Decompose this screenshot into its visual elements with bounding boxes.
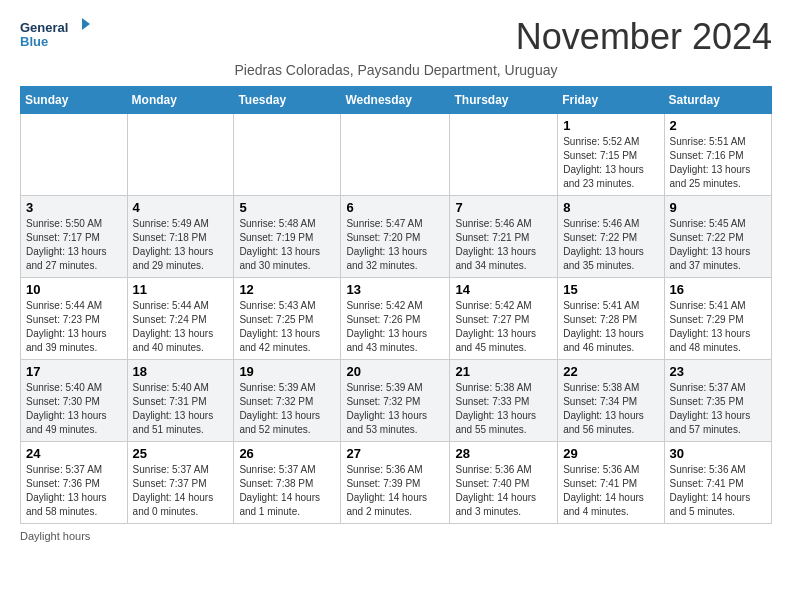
day-number: 25 [133, 446, 229, 461]
day-number: 11 [133, 282, 229, 297]
day-number: 7 [455, 200, 552, 215]
day-info: Sunrise: 5:37 AMSunset: 7:37 PMDaylight:… [133, 463, 229, 519]
day-number: 16 [670, 282, 766, 297]
calendar-cell: 27Sunrise: 5:36 AMSunset: 7:39 PMDayligh… [341, 442, 450, 524]
day-number: 22 [563, 364, 658, 379]
calendar-cell: 20Sunrise: 5:39 AMSunset: 7:32 PMDayligh… [341, 360, 450, 442]
day-info: Sunrise: 5:46 AMSunset: 7:21 PMDaylight:… [455, 217, 552, 273]
day-header-friday: Friday [558, 87, 664, 114]
day-info: Sunrise: 5:38 AMSunset: 7:34 PMDaylight:… [563, 381, 658, 437]
calendar-cell: 14Sunrise: 5:42 AMSunset: 7:27 PMDayligh… [450, 278, 558, 360]
day-number: 14 [455, 282, 552, 297]
day-info: Sunrise: 5:39 AMSunset: 7:32 PMDaylight:… [239, 381, 335, 437]
day-info: Sunrise: 5:36 AMSunset: 7:40 PMDaylight:… [455, 463, 552, 519]
calendar-cell [341, 114, 450, 196]
day-number: 1 [563, 118, 658, 133]
day-info: Sunrise: 5:38 AMSunset: 7:33 PMDaylight:… [455, 381, 552, 437]
day-info: Sunrise: 5:40 AMSunset: 7:31 PMDaylight:… [133, 381, 229, 437]
day-number: 9 [670, 200, 766, 215]
calendar-cell: 13Sunrise: 5:42 AMSunset: 7:26 PMDayligh… [341, 278, 450, 360]
day-number: 23 [670, 364, 766, 379]
day-info: Sunrise: 5:42 AMSunset: 7:26 PMDaylight:… [346, 299, 444, 355]
page-title: November 2024 [516, 16, 772, 58]
logo: General Blue [20, 16, 90, 56]
calendar-cell: 19Sunrise: 5:39 AMSunset: 7:32 PMDayligh… [234, 360, 341, 442]
calendar-cell: 3Sunrise: 5:50 AMSunset: 7:17 PMDaylight… [21, 196, 128, 278]
calendar-cell: 22Sunrise: 5:38 AMSunset: 7:34 PMDayligh… [558, 360, 664, 442]
day-info: Sunrise: 5:52 AMSunset: 7:15 PMDaylight:… [563, 135, 658, 191]
day-info: Sunrise: 5:49 AMSunset: 7:18 PMDaylight:… [133, 217, 229, 273]
day-info: Sunrise: 5:37 AMSunset: 7:38 PMDaylight:… [239, 463, 335, 519]
calendar-cell: 29Sunrise: 5:36 AMSunset: 7:41 PMDayligh… [558, 442, 664, 524]
day-header-monday: Monday [127, 87, 234, 114]
logo-svg: General Blue [20, 16, 90, 56]
day-header-tuesday: Tuesday [234, 87, 341, 114]
svg-text:General: General [20, 20, 68, 35]
calendar-cell [234, 114, 341, 196]
calendar-cell: 30Sunrise: 5:36 AMSunset: 7:41 PMDayligh… [664, 442, 771, 524]
day-number: 3 [26, 200, 122, 215]
day-info: Sunrise: 5:40 AMSunset: 7:30 PMDaylight:… [26, 381, 122, 437]
day-number: 6 [346, 200, 444, 215]
day-info: Sunrise: 5:39 AMSunset: 7:32 PMDaylight:… [346, 381, 444, 437]
day-info: Sunrise: 5:36 AMSunset: 7:41 PMDaylight:… [563, 463, 658, 519]
calendar-cell: 24Sunrise: 5:37 AMSunset: 7:36 PMDayligh… [21, 442, 128, 524]
calendar-cell: 18Sunrise: 5:40 AMSunset: 7:31 PMDayligh… [127, 360, 234, 442]
footer-note: Daylight hours [20, 530, 772, 542]
day-info: Sunrise: 5:36 AMSunset: 7:41 PMDaylight:… [670, 463, 766, 519]
day-number: 20 [346, 364, 444, 379]
svg-marker-2 [82, 18, 90, 30]
day-info: Sunrise: 5:44 AMSunset: 7:23 PMDaylight:… [26, 299, 122, 355]
day-info: Sunrise: 5:37 AMSunset: 7:35 PMDaylight:… [670, 381, 766, 437]
day-number: 18 [133, 364, 229, 379]
day-number: 10 [26, 282, 122, 297]
day-number: 5 [239, 200, 335, 215]
day-number: 30 [670, 446, 766, 461]
day-info: Sunrise: 5:50 AMSunset: 7:17 PMDaylight:… [26, 217, 122, 273]
calendar-cell: 17Sunrise: 5:40 AMSunset: 7:30 PMDayligh… [21, 360, 128, 442]
day-header-thursday: Thursday [450, 87, 558, 114]
calendar-cell: 23Sunrise: 5:37 AMSunset: 7:35 PMDayligh… [664, 360, 771, 442]
day-info: Sunrise: 5:43 AMSunset: 7:25 PMDaylight:… [239, 299, 335, 355]
calendar-cell: 5Sunrise: 5:48 AMSunset: 7:19 PMDaylight… [234, 196, 341, 278]
day-info: Sunrise: 5:46 AMSunset: 7:22 PMDaylight:… [563, 217, 658, 273]
day-number: 17 [26, 364, 122, 379]
calendar-cell: 9Sunrise: 5:45 AMSunset: 7:22 PMDaylight… [664, 196, 771, 278]
calendar-cell: 8Sunrise: 5:46 AMSunset: 7:22 PMDaylight… [558, 196, 664, 278]
day-info: Sunrise: 5:48 AMSunset: 7:19 PMDaylight:… [239, 217, 335, 273]
calendar-cell [21, 114, 128, 196]
day-info: Sunrise: 5:42 AMSunset: 7:27 PMDaylight:… [455, 299, 552, 355]
day-number: 19 [239, 364, 335, 379]
calendar: SundayMondayTuesdayWednesdayThursdayFrid… [20, 86, 772, 524]
calendar-cell: 2Sunrise: 5:51 AMSunset: 7:16 PMDaylight… [664, 114, 771, 196]
day-info: Sunrise: 5:51 AMSunset: 7:16 PMDaylight:… [670, 135, 766, 191]
day-number: 28 [455, 446, 552, 461]
day-header-wednesday: Wednesday [341, 87, 450, 114]
day-number: 8 [563, 200, 658, 215]
calendar-cell: 26Sunrise: 5:37 AMSunset: 7:38 PMDayligh… [234, 442, 341, 524]
calendar-cell: 4Sunrise: 5:49 AMSunset: 7:18 PMDaylight… [127, 196, 234, 278]
day-number: 27 [346, 446, 444, 461]
day-number: 12 [239, 282, 335, 297]
subtitle: Piedras Coloradas, Paysandu Department, … [20, 62, 772, 78]
day-info: Sunrise: 5:36 AMSunset: 7:39 PMDaylight:… [346, 463, 444, 519]
calendar-cell: 1Sunrise: 5:52 AMSunset: 7:15 PMDaylight… [558, 114, 664, 196]
day-number: 29 [563, 446, 658, 461]
day-number: 15 [563, 282, 658, 297]
day-header-saturday: Saturday [664, 87, 771, 114]
day-number: 26 [239, 446, 335, 461]
svg-text:Blue: Blue [20, 34, 48, 49]
calendar-cell: 7Sunrise: 5:46 AMSunset: 7:21 PMDaylight… [450, 196, 558, 278]
calendar-cell: 12Sunrise: 5:43 AMSunset: 7:25 PMDayligh… [234, 278, 341, 360]
day-number: 21 [455, 364, 552, 379]
calendar-cell: 25Sunrise: 5:37 AMSunset: 7:37 PMDayligh… [127, 442, 234, 524]
day-info: Sunrise: 5:44 AMSunset: 7:24 PMDaylight:… [133, 299, 229, 355]
day-info: Sunrise: 5:45 AMSunset: 7:22 PMDaylight:… [670, 217, 766, 273]
day-info: Sunrise: 5:37 AMSunset: 7:36 PMDaylight:… [26, 463, 122, 519]
day-header-sunday: Sunday [21, 87, 128, 114]
day-number: 13 [346, 282, 444, 297]
calendar-cell: 10Sunrise: 5:44 AMSunset: 7:23 PMDayligh… [21, 278, 128, 360]
day-info: Sunrise: 5:47 AMSunset: 7:20 PMDaylight:… [346, 217, 444, 273]
calendar-cell: 11Sunrise: 5:44 AMSunset: 7:24 PMDayligh… [127, 278, 234, 360]
calendar-cell [450, 114, 558, 196]
